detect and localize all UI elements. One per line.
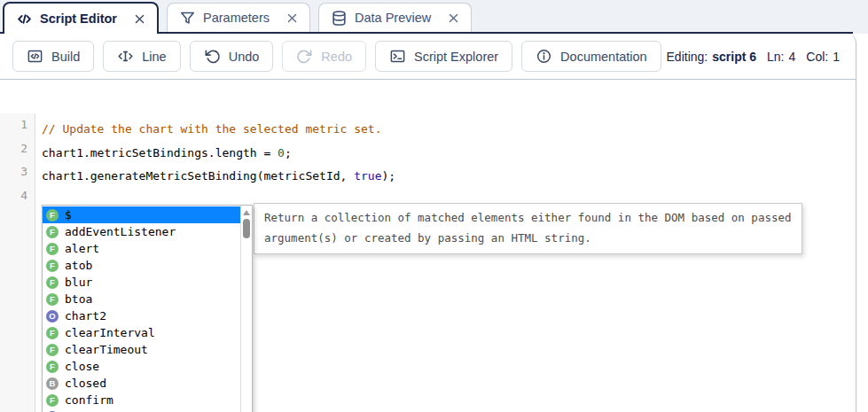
line-label: Ln:: [767, 50, 784, 64]
line-number: 4: [0, 189, 35, 213]
autocomplete-item-console[interactable]: Oconsole: [43, 408, 240, 412]
autocomplete-item-atob[interactable]: Fatob: [43, 257, 240, 274]
autocomplete-item-blur[interactable]: Fblur: [43, 274, 240, 291]
button-label: Documentation: [560, 50, 647, 64]
code-line[interactable]: chart1.generateMetricSetBinding(metricSe…: [36, 165, 855, 189]
autocomplete-item-label: $: [65, 208, 72, 222]
tab-data-preview[interactable]: Data Preview: [318, 3, 472, 32]
tab-script-editor[interactable]: Script Editor: [3, 2, 159, 34]
column-label: Col:: [806, 50, 828, 64]
toolbar-buttons: BuildLineUndoRedoScript ExplorerDocument…: [12, 41, 661, 72]
build-button[interactable]: Build: [12, 41, 94, 72]
completion-kind-icon: F: [46, 344, 59, 356]
line-number: 3: [0, 165, 35, 189]
completion-kind-icon: F: [46, 243, 59, 255]
completion-kind-icon: B: [46, 377, 59, 390]
autocomplete-item-alert[interactable]: Falert: [43, 240, 240, 257]
code-area[interactable]: // Update the chart with the selected me…: [36, 113, 855, 212]
database-icon: [331, 10, 348, 27]
code-token-plain: chart1.generateMetricSetBinding(metricSe…: [42, 169, 354, 183]
redo-icon: [296, 48, 313, 65]
code-token-comment: // Update the chart with the selected me…: [42, 122, 382, 136]
autocomplete-item-addeventlistener[interactable]: FaddEventListener: [43, 223, 240, 240]
autocomplete-item-label: closed: [65, 377, 106, 390]
build-icon: [27, 48, 43, 65]
filter-icon: [179, 10, 196, 27]
tab-label: Parameters: [203, 11, 270, 25]
button-label: Line: [142, 50, 166, 64]
autocomplete-item-clearinterval[interactable]: FclearInterval: [43, 324, 240, 341]
autocomplete-item-close[interactable]: Fclose: [43, 358, 240, 375]
line-button[interactable]: Line: [103, 41, 180, 72]
autocomplete-item-label: addEventListener: [65, 225, 176, 238]
autocomplete-item-label: confirm: [65, 393, 113, 407]
tab-strip: Script EditorParametersData Preview: [0, 0, 868, 34]
autocomplete-item-btoa[interactable]: Fbtoa: [43, 291, 240, 307]
autocomplete-item-label: clearInterval: [65, 326, 155, 339]
completion-kind-icon: O: [46, 310, 59, 323]
button-label: Undo: [229, 50, 260, 64]
completion-kind-icon: F: [46, 293, 59, 306]
undo-button[interactable]: Undo: [190, 41, 274, 72]
tooltip-line-2: argument(s) or created by passing an HTM…: [264, 228, 792, 248]
button-label: Script Explorer: [414, 50, 498, 64]
editing-status: Editing: script 6 Ln: 4 Col: 1: [667, 50, 847, 64]
completion-kind-icon: F: [46, 209, 59, 222]
line-number-value: 4: [789, 50, 796, 64]
info-icon: [536, 48, 552, 65]
autocomplete-item-confirm[interactable]: Fconfirm: [43, 392, 240, 408]
editing-label: Editing:: [667, 50, 708, 64]
completion-kind-icon: F: [46, 327, 59, 339]
tab-label: Script Editor: [40, 12, 117, 26]
line-number: 1: [0, 118, 35, 142]
close-icon[interactable]: [285, 12, 299, 25]
autocomplete-popup: F$FaddEventListenerFalertFatobFblurFbtoa…: [42, 205, 253, 412]
script-explorer-button[interactable]: Script Explorer: [375, 41, 512, 72]
autocomplete-item-label: btoa: [65, 292, 92, 306]
toolbar: BuildLineUndoRedoScript ExplorerDocument…: [0, 34, 856, 80]
tab-bar: Script EditorParametersData Preview: [3, 2, 472, 34]
code-line[interactable]: chart1.metricSetBindings.length = 0;: [36, 142, 855, 166]
completion-kind-icon: F: [46, 361, 59, 373]
undo-icon: [204, 48, 221, 65]
scroll-up-icon[interactable]: [243, 210, 250, 215]
completion-kind-icon: F: [46, 276, 59, 289]
script-editor-window: Script EditorParametersData Preview Buil…: [0, 0, 868, 412]
close-icon[interactable]: [133, 12, 146, 26]
line-number: 2: [0, 142, 35, 166]
autocomplete-item-label: alert: [65, 242, 99, 255]
button-label: Build: [51, 50, 80, 64]
autocomplete-item-chart2[interactable]: Ochart2: [43, 307, 240, 324]
code-token-plain: ;: [285, 146, 292, 159]
code-token-number: 0: [278, 146, 285, 159]
terminal-icon: [389, 48, 406, 65]
redo-button[interactable]: Redo: [282, 41, 366, 72]
code-icon: [16, 11, 33, 27]
autocomplete-item-label: chart2: [65, 309, 106, 323]
autocomplete-item-label: blur: [65, 276, 92, 289]
code-token-plain: chart1.metricSetBindings.length =: [42, 146, 278, 159]
completion-kind-icon: F: [46, 394, 59, 407]
tab-label: Data Preview: [355, 11, 431, 25]
line-number-gutter: 1234: [0, 113, 35, 412]
autocomplete-item-cleartimeout[interactable]: FclearTimeout: [43, 341, 240, 358]
code-line[interactable]: // Update the chart with the selected me…: [36, 118, 855, 142]
tooltip-line-1: Return a collection of matched elements …: [264, 207, 792, 228]
scrollbar-thumb[interactable]: [243, 219, 250, 238]
button-label: Redo: [321, 50, 352, 64]
autocomplete-tooltip: Return a collection of matched elements …: [254, 203, 802, 254]
editor-panel: BuildLineUndoRedoScript ExplorerDocument…: [0, 34, 856, 412]
autocomplete-item-label: atob: [65, 259, 92, 272]
completion-kind-icon: F: [46, 260, 59, 272]
autocomplete-item-[interactable]: F$: [43, 206, 240, 223]
autocomplete-item-label: clearTimeout: [65, 343, 148, 356]
autocomplete-scrollbar[interactable]: [240, 206, 252, 412]
code-token-plain: );: [382, 169, 396, 183]
line-icon: [117, 48, 134, 65]
documentation-button[interactable]: Documentation: [521, 41, 661, 72]
autocomplete-item-closed[interactable]: Bclosed: [43, 375, 240, 392]
completion-kind-icon: F: [46, 226, 59, 238]
code-editor[interactable]: 1234 // Update the chart with the select…: [0, 113, 855, 411]
tab-parameters[interactable]: Parameters: [167, 3, 310, 32]
close-icon[interactable]: [447, 12, 460, 25]
